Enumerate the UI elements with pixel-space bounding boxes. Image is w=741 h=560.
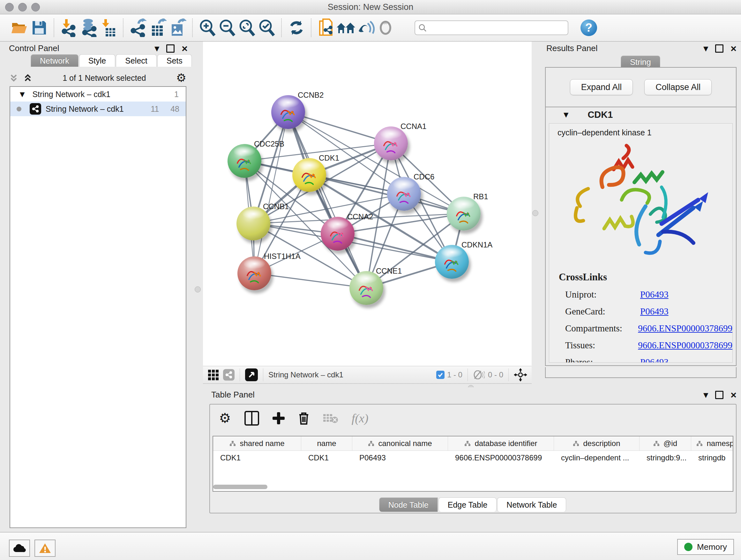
horizontal-scrollbar[interactable] [213,485,267,489]
network-node-cdk1[interactable] [292,158,326,192]
export-image-button[interactable] [168,18,188,38]
tab-string[interactable]: String [621,56,660,68]
export-network-button[interactable] [128,18,148,38]
search-input[interactable] [427,23,556,33]
tab-select[interactable]: Select [116,54,156,67]
eye-button[interactable] [376,18,395,38]
add-column-icon[interactable] [273,412,285,424]
network-node-ccna1[interactable] [374,126,408,160]
network-node-ccnb2[interactable] [271,95,305,129]
memory-button[interactable]: Memory [677,539,734,555]
float-panel-icon[interactable] [715,391,724,399]
close-panel-icon[interactable]: × [731,392,737,398]
hidden-eye-slash-icon[interactable] [473,370,485,379]
tab-style[interactable]: Style [79,54,116,67]
column-header-sharedname[interactable]: shared name [213,436,301,450]
column-header-databaseidentifier[interactable]: database identifier [448,436,554,450]
crosslink-compartments[interactable]: 9606.ENSP00000378699 [638,323,732,334]
move-crosshair-icon[interactable] [514,368,527,381]
birdseye-view-icon[interactable] [245,368,258,381]
selected-checkbox[interactable] [436,371,445,379]
network-node-rb1[interactable] [447,197,481,231]
crosslink-pharos[interactable]: P06493 [640,357,669,363]
titlebar: Session: New Session [0,0,741,14]
eye-icon [378,20,393,36]
network-selection-status: 1 of 1 Network selected [32,73,176,83]
open-session-button[interactable] [10,18,29,38]
cell-canonicalname[interactable]: P06493 [352,453,448,462]
crosslink-uniprot[interactable]: P06493 [640,289,669,300]
delete-column-icon[interactable] [298,412,310,425]
panel-menu-icon[interactable]: ▼ [703,391,708,399]
left-splitter-handle[interactable] [195,287,201,293]
tab-edge-table[interactable]: Edge Table [439,497,497,512]
network-node-ccna2[interactable] [321,217,354,251]
zoom-selected-button[interactable] [257,18,277,38]
tab-node-table[interactable]: Node Table [379,497,438,512]
column-header-id[interactable]: @id [639,436,691,450]
collapse-all-button[interactable]: Collapse All [644,79,712,95]
crosslink-tissues[interactable]: 9606.ENSP00000378699 [638,340,732,351]
collapse-section-icon[interactable]: ▼ [563,111,568,118]
collapse-all-icon[interactable] [9,73,18,83]
import-network-database-button[interactable] [79,18,98,38]
close-panel-icon[interactable]: × [731,45,737,52]
home-button[interactable] [336,18,356,38]
panel-menu-icon[interactable]: ▼ [154,45,159,52]
network-collection-row[interactable]: ▼ String Network – cdk1 1 [10,87,186,102]
panel-menu-icon[interactable]: ▼ [703,45,708,52]
column-header-name[interactable]: name [301,436,352,450]
zoom-in-button[interactable] [198,18,217,38]
cell-databaseidentifier[interactable]: 9606.ENSP00000378699 [448,453,554,462]
float-panel-icon[interactable] [715,44,724,53]
column-header-namespace[interactable]: namespace [691,436,733,450]
close-panel-icon[interactable]: × [182,45,188,52]
cell-namespace[interactable]: stringdb [691,453,733,462]
network-row-selected[interactable]: String Network – cdk1 11 48 [10,102,186,116]
import-network-file-button[interactable] [59,18,79,38]
control-panel-tabs: NetworkStyleSelectSets [30,54,192,67]
zoom-out-button[interactable] [217,18,237,38]
right-splitter-handle[interactable] [532,210,538,216]
refresh-button[interactable] [286,18,307,38]
save-session-button[interactable] [29,18,49,38]
string-view-icon[interactable] [223,369,234,381]
network-node-cdc6[interactable] [387,177,421,211]
table-row[interactable]: CDK1CDK1P064939606.ENSP00000378699cyclin… [213,451,733,465]
crosslink-genecard[interactable]: P06493 [640,306,669,317]
table-settings-icon[interactable]: ⚙ [219,413,231,424]
help-button[interactable]: ? [581,19,597,36]
network-node-hist1h1a[interactable] [238,256,271,290]
export-table-button[interactable] [148,18,168,38]
network-node-ccne1[interactable] [349,271,383,305]
tab-network[interactable]: Network [30,54,78,67]
network-node-cdkn1a[interactable] [435,245,469,279]
show-graphics-details-button[interactable] [356,18,376,38]
network-node-ccnb1[interactable] [237,206,270,240]
cell-id[interactable]: stringdb:9... [639,453,691,462]
results-panel: Results Panel ▼ × String Expand All Coll… [542,42,739,387]
search-icon [418,23,427,32]
share-document-button[interactable] [316,18,336,38]
column-header-description[interactable]: description [554,436,639,450]
columns-icon[interactable] [245,411,259,426]
tab-sets[interactable]: Sets [157,54,192,67]
cloud-button[interactable] [9,540,30,557]
expand-all-button[interactable]: Expand All [570,79,633,95]
import-table-file-button[interactable] [98,18,118,38]
cell-description[interactable]: cyclin–dependent ... [554,453,639,462]
network-canvas[interactable]: CCNB2 CCNA1 CDC25B CDK1 CDC6 RB1CCNB1 [203,42,532,367]
gear-icon[interactable]: ⚙ [176,72,186,84]
float-panel-icon[interactable] [166,44,175,53]
expand-all-icon[interactable] [23,73,32,83]
cell-sharedname[interactable]: CDK1 [213,453,301,462]
column-header-canonicalname[interactable]: canonical name [352,436,448,450]
cell-name[interactable]: CDK1 [301,453,352,462]
collapse-collection-icon[interactable]: ▼ [20,90,24,98]
network-node-cdc25b[interactable] [227,144,261,178]
tab-network-table[interactable]: Network Table [497,497,566,512]
search-box [414,20,568,35]
grid-view-icon[interactable] [208,370,219,380]
zoom-fit-button[interactable] [237,18,257,38]
warnings-button[interactable] [35,540,56,557]
